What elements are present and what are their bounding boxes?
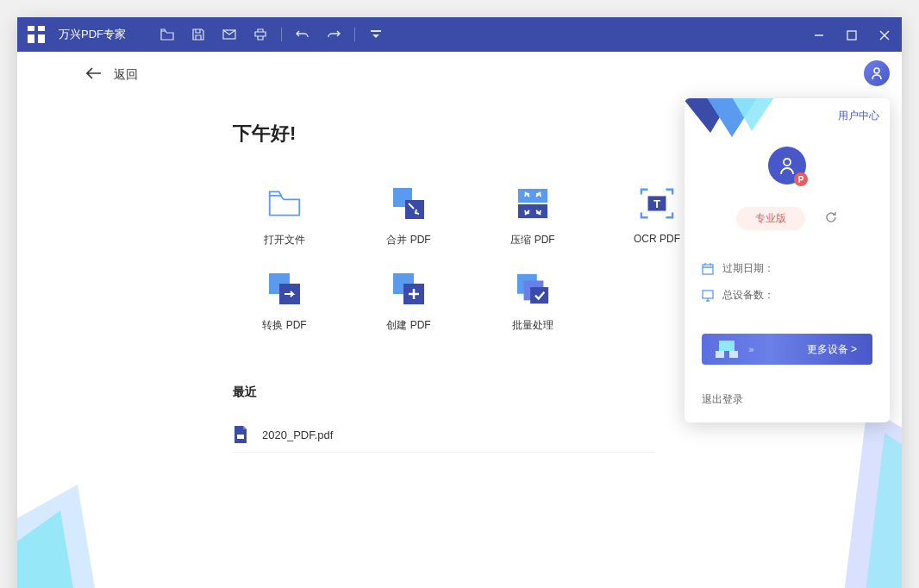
svg-point-21 — [784, 159, 791, 166]
avatar-icon: P — [768, 147, 806, 185]
menu-dropdown-icon[interactable] — [369, 28, 383, 41]
convert-icon — [267, 272, 302, 306]
svg-point-20 — [874, 68, 879, 73]
action-label: 打开文件 — [264, 233, 305, 247]
svg-rect-31 — [729, 351, 738, 358]
action-create-pdf[interactable]: 创建 PDF — [348, 272, 469, 333]
back-label[interactable]: 返回 — [114, 67, 138, 83]
folder-icon — [267, 186, 302, 221]
devices-illustration-icon — [714, 339, 740, 360]
separator — [354, 28, 355, 41]
recent-file-item[interactable]: 2020_PDF.pdf — [233, 417, 655, 453]
pro-badge-icon: P — [794, 172, 808, 186]
chevrons-icon: ››› — [748, 344, 753, 354]
svg-rect-1 — [371, 30, 381, 32]
action-compress-pdf[interactable]: 压缩 PDF — [472, 186, 593, 247]
action-label: 创建 PDF — [386, 318, 430, 333]
action-label: 批量处理 — [512, 318, 553, 333]
app-window: 万兴PDF专家 — [17, 17, 902, 588]
svg-rect-8 — [518, 189, 547, 203]
compress-icon — [516, 186, 550, 221]
separator — [281, 28, 282, 41]
svg-rect-22 — [703, 265, 713, 274]
action-label: OCR PDF — [634, 233, 680, 245]
svg-text:T: T — [653, 197, 660, 210]
batch-icon — [516, 272, 550, 306]
action-convert-pdf[interactable]: 转换 PDF — [224, 272, 345, 333]
refresh-icon[interactable] — [824, 210, 838, 228]
user-avatar-button[interactable] — [864, 60, 890, 86]
create-icon — [391, 272, 426, 306]
svg-rect-19 — [237, 435, 244, 439]
content-area: 返回 下午好! 打开文件 合并 PDF 压缩 PDF — [17, 52, 902, 588]
action-open-file[interactable]: 打开文件 — [224, 186, 345, 247]
pro-label: 专业版 — [736, 207, 805, 230]
undo-icon[interactable] — [296, 28, 309, 41]
monitor-icon — [702, 290, 714, 302]
more-devices-label: 更多设备 > — [807, 342, 872, 357]
action-batch-process[interactable]: 批量处理 — [472, 272, 593, 333]
panel-decoration — [685, 98, 779, 150]
pdf-file-icon — [233, 426, 250, 443]
decoration-bottom-left — [17, 476, 112, 588]
svg-rect-29 — [719, 341, 735, 351]
app-title: 万兴PDF专家 — [59, 27, 126, 42]
minimize-icon[interactable] — [814, 28, 826, 41]
action-label: 合并 PDF — [386, 233, 430, 247]
folder-open-icon[interactable] — [160, 28, 174, 41]
more-devices-button[interactable]: ››› 更多设备 > — [702, 334, 872, 365]
devices-row: 总设备数： — [702, 288, 872, 303]
user-center-link[interactable]: 用户中心 — [838, 109, 879, 123]
svg-rect-30 — [716, 351, 724, 358]
svg-rect-9 — [518, 204, 547, 218]
close-icon[interactable] — [879, 28, 891, 41]
svg-rect-3 — [847, 31, 856, 40]
avatar-section: P 专业版 — [685, 147, 890, 246]
titlebar: 万兴PDF专家 — [17, 17, 902, 52]
redo-icon[interactable] — [327, 28, 341, 41]
user-panel: 用户中心 P 专业版 过期日期： — [685, 98, 890, 422]
logout-link[interactable]: 退出登录 — [685, 380, 890, 422]
titlebar-tools — [160, 28, 383, 41]
svg-rect-7 — [405, 200, 424, 219]
merge-icon — [391, 186, 426, 221]
maximize-icon[interactable] — [847, 28, 859, 41]
back-arrow-icon[interactable] — [86, 67, 102, 83]
expiry-label: 过期日期： — [722, 261, 774, 276]
devices-label: 总设备数： — [722, 288, 774, 303]
ocr-icon: T — [640, 186, 674, 221]
expiry-row: 过期日期： — [702, 261, 872, 276]
info-section: 过期日期： 总设备数： — [685, 246, 890, 323]
mail-icon[interactable] — [222, 28, 236, 41]
calendar-icon — [702, 263, 714, 275]
save-icon[interactable] — [191, 28, 205, 41]
panel-header: 用户中心 — [685, 98, 890, 147]
svg-rect-26 — [703, 291, 713, 298]
file-name: 2020_PDF.pdf — [262, 428, 333, 441]
action-label: 转换 PDF — [262, 318, 306, 333]
print-icon[interactable] — [253, 28, 267, 41]
app-logo-icon — [28, 26, 45, 43]
svg-rect-18 — [530, 287, 548, 303]
action-label: 压缩 PDF — [510, 233, 554, 247]
action-merge-pdf[interactable]: 合并 PDF — [348, 186, 469, 247]
window-controls — [814, 28, 891, 41]
